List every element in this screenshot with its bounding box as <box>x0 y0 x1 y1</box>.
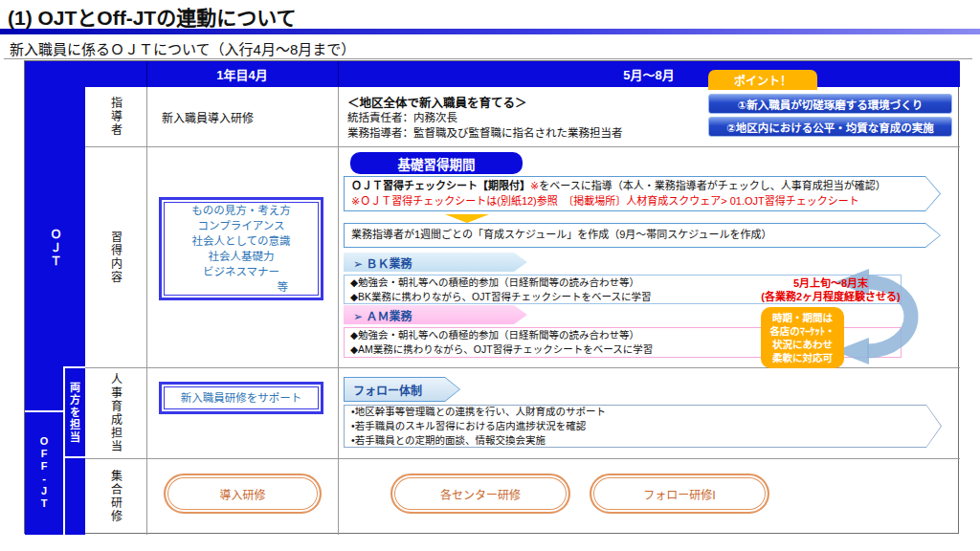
leader-district-block: ＜地区全体で新入職員を育てる＞ 統括責任者：内務次長 業務指導者：監督職及び監督… <box>347 93 623 141</box>
grid-line-horizontal <box>85 146 960 147</box>
training-intro: 導入研修 <box>164 474 322 514</box>
schedule-text: 業務指導者が1週間ごとの「育成スケジュール」を作成（9月～帯同スケジュールを作成… <box>351 228 941 243</box>
header-divider <box>146 61 147 87</box>
left-category-band: ＯＪＴ 両方を担当 OFF-JT <box>25 87 85 535</box>
leader-line1: 統括責任者：内務次長 <box>347 111 623 126</box>
band-divider <box>63 456 85 458</box>
row-label-hr-development: 人事育成担当 <box>85 367 146 458</box>
period-note-line1: 5月上旬～8月末 <box>756 277 905 291</box>
title-underline-bar <box>0 29 980 34</box>
flex-note-line: 時期・期間は <box>772 311 833 324</box>
row-label-group-training: 集合研修 <box>85 458 146 535</box>
leader-april-text: 新入職員導入研修 <box>162 87 338 146</box>
skill-etc: 等 <box>162 279 321 295</box>
band-divider <box>63 366 85 368</box>
band-label-ojt: ＯＪＴ <box>25 87 85 410</box>
period-note: 5月上旬～8月末 (各業務2ヶ月程度経験させる) <box>756 277 905 304</box>
band-divider <box>25 410 63 412</box>
checksheet-marker: ※ <box>530 180 539 191</box>
checksheet-rest: をベースに指導（本人・業務指導者がチェックし、人事育成担当が確認） <box>539 180 885 191</box>
down-arrow-icon <box>445 214 489 223</box>
ojt-schedule-table: 1年目4月 5月～8月 ＯＪＴ 両方を担当 OFF-JT 指導者 習得内容 人事… <box>24 60 959 534</box>
flex-note: 時期・期間は 各店のﾏｰｹｯﾄ・ 状況にあわせ 柔軟に対応可 <box>761 307 844 368</box>
period-note-line2: (各業務2ヶ月程度経験させる) <box>756 291 905 304</box>
leader-line2: 業務指導者：監督職及び監督職に指名された業務担当者 <box>347 126 623 142</box>
row-label-leader: 指導者 <box>85 87 146 146</box>
grid-line-vertical <box>338 87 339 535</box>
page-title: (1) OJTとOff-JTの連動について <box>8 2 297 31</box>
slide-canvas: (1) OJTとOff-JTの連動について 新入職員に係るＯＪＴについて（入行4… <box>0 0 980 551</box>
checksheet-bold: ＯＪＴ習得チェックシート【期限付】 <box>351 180 530 191</box>
subtitle-divider <box>4 58 972 59</box>
checksheet-note: ※ＯＪＴ習得チェックシートは(別紙12)参照 〔掲載場所〕人材育成スクウェア> … <box>351 194 941 209</box>
flex-note-line: 各店のﾏｰｹｯﾄ・ <box>769 324 835 338</box>
flex-note-line: 柔軟に対応可 <box>772 351 833 364</box>
header-period-may-aug: 5月～8月 <box>338 61 960 87</box>
band-label-both: 両方を担当 <box>63 366 85 458</box>
header-divider <box>338 61 339 87</box>
grid-line-horizontal <box>85 458 960 459</box>
skill-line: ものの見方・考え方 <box>191 203 291 218</box>
flex-note-line: 状況にあわせ <box>772 338 833 351</box>
point-item-1: ①新入職員が切磋琢磨する環境づくり <box>708 94 952 114</box>
training-center: 各センター研修 <box>390 474 570 514</box>
skill-line: 社会人としての意識 <box>191 233 290 249</box>
checksheet-box: ＯＪＴ習得チェックシート【期限付】※をベースに指導（本人・業務指導者がチェックし… <box>344 176 941 211</box>
row-label-acquire-content: 習得内容 <box>85 146 146 367</box>
leader-heading: ＜地区全体で新入職員を育てる＞ <box>347 93 623 111</box>
follow-bullet: •若手職員との定期的面談、情報交換会実施 <box>351 433 942 448</box>
phase-badge: 基礎習得期間 <box>350 152 523 174</box>
follow-banner: フォロー体制 <box>344 377 460 402</box>
point-item-2: ②地区内における公平・均質な育成の実施 <box>708 117 952 137</box>
follow-bullet: •若手職員のスキル習得における店内進捗状況を確認 <box>351 419 942 433</box>
band-label-offjt: OFF-JT <box>25 410 63 535</box>
training-follow: フォロー研修Ⅰ <box>590 474 769 514</box>
follow-bullets-box: •地区幹事等管理職との連携を行い、人財育成のサポート •若手職員のスキル習得にお… <box>344 405 942 448</box>
grid-line-vertical <box>146 87 147 535</box>
table-header-row: 1年目4月 5月～8月 <box>25 61 960 87</box>
skill-line: コンプライアンス <box>198 218 285 233</box>
am-banner: ➢ ＡＭ業務 <box>344 305 527 324</box>
bk-banner: ➢ ＢＫ業務 <box>344 253 527 272</box>
follow-bullet: •地区幹事等管理職との連携を行い、人財育成のサポート <box>351 405 942 419</box>
follow-banner-label: フォロー体制 <box>344 377 460 402</box>
skill-line: ビジネスマナー <box>203 264 279 279</box>
support-box: 新入職員研修をサポート <box>159 382 323 414</box>
header-period-april: 1年目4月 <box>146 61 338 87</box>
support-box-text: 新入職員研修をサポート <box>181 390 302 406</box>
skills-box: ものの見方・考え方 コンプライアンス 社会人としての意識 社会人基礎力 ビジネス… <box>159 197 323 300</box>
page-subtitle: 新入職員に係るＯＪＴについて（入行4月～8月まで） <box>10 38 355 58</box>
checksheet-line1: ＯＪＴ習得チェックシート【期限付】※をベースに指導（本人・業務指導者がチェックし… <box>351 179 941 194</box>
band-divider <box>63 366 65 535</box>
skill-line: 社会人基礎力 <box>209 249 275 264</box>
point-badge: ポイント！ <box>708 70 817 90</box>
schedule-box: 業務指導者が1週間ごとの「育成スケジュール」を作成（9月～帯同スケジュールを作成… <box>344 223 941 248</box>
